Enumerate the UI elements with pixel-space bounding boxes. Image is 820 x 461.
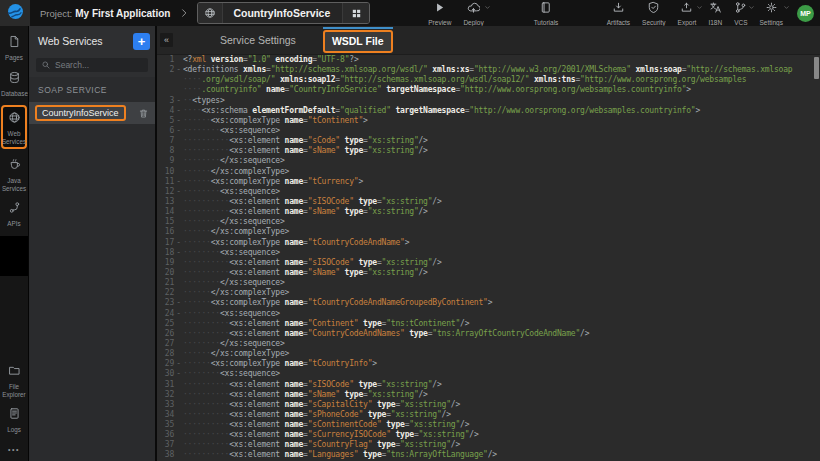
trash-icon[interactable] [138,108,149,119]
line-number: 19 [157,258,174,268]
fold-marker[interactable]: - [174,309,183,319]
fold-marker [174,390,183,400]
fold-marker[interactable]: - [174,126,183,136]
sidebar-spacer-block [0,236,28,276]
search-input[interactable] [51,60,143,70]
app-body: PagesDatabasesWeb ServicesJava ServicesA… [0,26,820,461]
fold-marker [174,329,183,339]
sidebar-item-label: APIs [1,220,27,228]
line-number [157,75,174,85]
fold-marker [174,268,183,278]
fold-marker[interactable]: - [174,106,183,116]
topbar: Project:My First Application CountryInfo… [0,0,820,26]
database-icon [8,70,21,88]
avatar[interactable]: MP [797,5,814,22]
deploy-button[interactable]: Deploy [463,0,483,26]
code-line: 24-········<xs:sequence> [157,309,820,319]
line-number: 26 [157,329,174,339]
sidebar-overflow-button[interactable]: ••• [8,446,20,453]
code-line: 12-········<xs:sequence> [157,187,820,197]
sidebar-item-web-services[interactable]: Web Services [1,105,27,149]
search-box[interactable] [36,58,148,72]
code-line: 4-····<xs:schema elementFormDefault="qua… [157,106,820,116]
fold-marker [174,197,183,207]
caret-down-icon [696,4,703,11]
panel-title: Web Services [38,35,133,47]
sidebar-item-java-services[interactable]: Java Services [0,157,28,192]
code-line: 20··········<xs:element name="sName" typ… [157,268,820,278]
fold-marker[interactable]: - [174,187,183,197]
code-line: 1<?xml version="1.0" encoding="UTF-8"?> [157,55,820,65]
coffee-icon [8,157,21,175]
gear-icon [765,0,778,18]
code-line: 19··········<xs:element name="sISOCode" … [157,258,820,268]
sidebar-item-logs[interactable]: Logs [0,406,28,434]
fold-marker[interactable]: - [174,248,183,258]
tab-wsdl-file[interactable]: WSDL File [323,30,393,53]
line-number: 16 [157,227,174,237]
line-number: 2 [157,65,174,75]
panel-body: SOAP SERVICE CountryInfoService [29,77,155,461]
artifacts-button[interactable]: Artifacts [607,0,630,26]
sidebar-item-label: Logs [1,426,27,434]
line-number: 27 [157,339,174,349]
line-number: 25 [157,319,174,329]
code-line: 18-········<xs:sequence> [157,248,820,258]
topbar-actions-right: ArtifactsSecurityExportI18NVCSSettings [601,0,789,26]
code-line: 13··········<xs:element name="sISOCode" … [157,197,820,207]
tray-up-icon [680,0,693,18]
preview-button[interactable]: Preview [428,0,451,26]
fold-marker[interactable]: - [174,96,183,106]
code-line: 8··········<xs:element name="sName" type… [157,146,820,156]
search-icon [41,56,51,74]
fold-marker[interactable]: - [174,359,183,369]
fold-marker[interactable]: - [174,177,183,187]
tab-service-settings[interactable]: Service Settings [220,34,296,46]
code-lines: 1<?xml version="1.0" encoding="UTF-8"?>2… [157,55,820,461]
sidebar-item-file-explorer[interactable]: File Explorer [0,363,28,398]
plug-icon [8,200,21,218]
sidebar-item-apis[interactable]: APIs [0,200,28,228]
line-number: 9 [157,156,174,166]
code-line: 26··········<xs:element name="CountryCod… [157,329,820,339]
app-logo-button[interactable] [0,0,30,26]
code-line: 23-······<xs:complexType name="tCountryC… [157,298,820,308]
code-line: 34··········<xs:element name="sPhoneCode… [157,410,820,420]
vcs-button[interactable]: VCS [734,0,747,26]
grid-menu-icon[interactable] [342,3,369,23]
globe-icon [198,3,223,23]
panel-header: Web Services + [29,26,155,54]
fold-marker[interactable]: - [174,238,183,248]
fold-marker [174,400,183,410]
service-tab[interactable]: CountryInfoService [197,2,370,24]
code-line: 17-······<xs:complexType name="tCountryC… [157,238,820,248]
sidebar-item-pages[interactable]: Pages [0,34,28,62]
cloud-upload-icon [467,0,480,18]
collapse-panel-button[interactable]: « [160,33,173,47]
fold-marker[interactable]: - [174,65,183,75]
security-button[interactable]: Security [642,0,665,26]
fold-marker[interactable]: - [174,298,183,308]
code-line: 3-··<types> [157,96,820,106]
fold-marker[interactable]: - [174,369,183,379]
folder-icon [8,363,21,381]
line-number: 5 [157,116,174,126]
export-button[interactable]: Export [678,0,697,26]
sidebar-item-databases[interactable]: Databases [0,70,28,98]
add-service-button[interactable]: + [133,33,150,50]
service-list: CountryInfoService [29,102,155,124]
security-label: Security [642,19,665,26]
tutorials-button[interactable]: Tutorials [534,0,559,26]
fold-marker [174,85,183,95]
fold-marker [174,156,183,166]
scrollbar-thumb[interactable] [814,57,819,79]
settings-button[interactable]: Settings [760,0,784,26]
line-number [157,85,174,95]
translate-icon [709,0,722,18]
code-line: 5-······<xs:complexType name="tContinent… [157,116,820,126]
fold-marker[interactable]: - [174,116,183,126]
service-list-item[interactable]: CountryInfoService [29,102,155,124]
line-number: 3 [157,96,174,106]
code-line: 11-······<xs:complexType name="tCurrency… [157,177,820,187]
i18n-button[interactable]: I18N [708,0,722,26]
